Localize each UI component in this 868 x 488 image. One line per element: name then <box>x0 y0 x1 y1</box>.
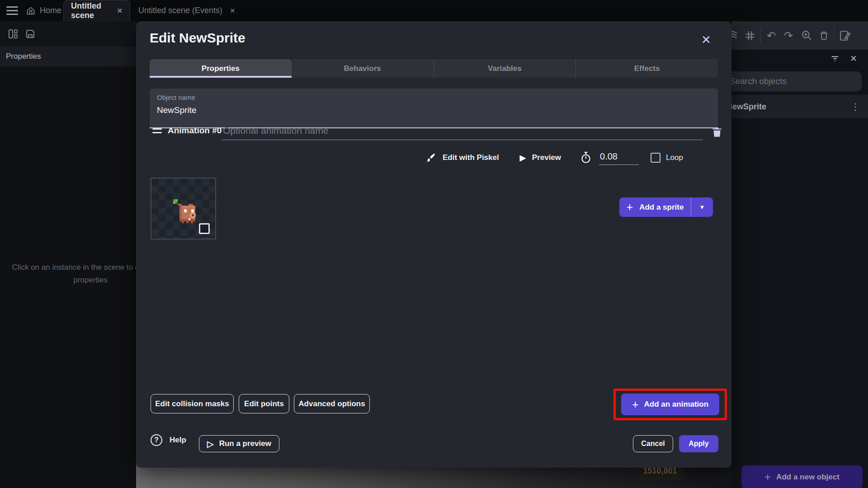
tab-home[interactable]: Home <box>19 0 69 21</box>
panel-layout-icon[interactable] <box>6 27 20 41</box>
filter-icon[interactable] <box>830 54 840 64</box>
redo-icon[interactable]: ↷ <box>782 29 795 42</box>
drag-handle-icon[interactable] <box>152 128 162 136</box>
properties-panel-title: Properties <box>6 52 41 61</box>
objects-panel-header-icons: ✕ <box>830 53 857 64</box>
chevron-down-icon: ▼ <box>699 204 705 211</box>
add-new-object-label: Add a new object <box>776 473 840 482</box>
toolbar-divider <box>760 27 761 44</box>
help-icon: ? <box>151 434 162 446</box>
object-name-field-value: NewSprite <box>157 105 711 115</box>
add-new-object-button[interactable]: + Add a new object <box>741 465 863 488</box>
animation-label: Animation #0 <box>168 126 222 136</box>
undo-icon[interactable]: ↶ <box>764 29 778 42</box>
play-icon: ▶ <box>520 153 526 163</box>
edit-with-piskel-button[interactable]: Edit with Piskel <box>425 152 499 163</box>
delete-animation-icon[interactable] <box>709 124 725 140</box>
close-tab-icon[interactable]: ✕ <box>117 7 123 15</box>
play-outline-icon: ▷ <box>207 439 214 449</box>
close-panel-icon[interactable]: ✕ <box>850 53 857 64</box>
dialog-tab-bar: Properties Behaviors Variables Effects <box>150 59 718 78</box>
frame-select-checkbox[interactable] <box>199 223 210 234</box>
delete-icon[interactable] <box>817 29 830 42</box>
toolbar-divider <box>834 27 835 44</box>
search-objects-input[interactable] <box>722 71 862 91</box>
add-sprite-dropdown-button[interactable]: ▼ <box>691 197 713 217</box>
stopwatch-icon <box>580 151 592 164</box>
object-list-item-newsprite[interactable]: NewSprite ⋮ <box>722 95 868 118</box>
top-tab-bar: Home Untitled scene ✕ Untitled scene (Ev… <box>0 0 868 21</box>
tab-events-label: Untitled scene (Events) <box>138 6 222 15</box>
dialog-close-icon[interactable]: ✕ <box>701 34 711 46</box>
tab-untitled-scene[interactable]: Untitled scene ✕ <box>63 0 130 21</box>
tab-properties[interactable]: Properties <box>150 59 292 78</box>
plus-icon: + <box>627 202 633 213</box>
sprite-frame-thumbnail[interactable] <box>151 178 216 239</box>
tab-behaviors[interactable]: Behaviors <box>292 59 434 78</box>
add-sprite-button[interactable]: + Add a sprite <box>619 197 691 217</box>
tab-untitled-scene-events[interactable]: Untitled scene (Events) ✕ <box>131 0 243 21</box>
edit-scene-properties-icon[interactable] <box>838 29 852 42</box>
preview-button[interactable]: ▶ Preview <box>520 153 561 163</box>
grid-icon[interactable] <box>743 29 757 42</box>
home-icon <box>26 6 35 15</box>
edit-collision-masks-button[interactable]: Edit collision masks <box>151 394 234 413</box>
time-between-frames-input[interactable] <box>599 150 639 165</box>
tab-variables[interactable]: Variables <box>434 59 576 78</box>
run-a-preview-button[interactable]: ▷ Run a preview <box>199 435 279 452</box>
object-name-field[interactable]: Object name NewSprite <box>150 89 718 128</box>
properties-panel-header: Properties <box>0 47 136 66</box>
cancel-button[interactable]: Cancel <box>633 435 673 452</box>
animation-row: Animation #0 <box>150 124 718 142</box>
close-tab-icon[interactable]: ✕ <box>230 7 236 15</box>
zoom-in-icon[interactable] <box>800 29 813 42</box>
loop-checkbox[interactable] <box>651 153 660 163</box>
add-sprite-split-button[interactable]: + Add a sprite ▼ <box>619 197 713 217</box>
dialog-title: Edit NewSprite <box>150 30 245 46</box>
scene-toolbar: ↶ ↷ <box>731 21 868 50</box>
tab-effects[interactable]: Effects <box>576 59 718 78</box>
paintbrush-icon <box>425 152 436 163</box>
plus-icon: + <box>764 471 771 483</box>
hamburger-menu-icon[interactable] <box>6 6 18 15</box>
animation-controls-row: Edit with Piskel ▶ Preview Loop <box>425 148 718 168</box>
left-toolbar <box>0 21 136 47</box>
help-button[interactable]: ? Help <box>151 434 186 446</box>
annotation-highlight-rectangle <box>613 389 727 420</box>
loop-label: Loop <box>666 153 683 162</box>
advanced-options-button[interactable]: Advanced options <box>294 394 370 413</box>
edit-points-button[interactable]: Edit points <box>239 394 289 413</box>
apply-button[interactable]: Apply <box>679 435 718 452</box>
tab-scene-label: Untitled scene <box>71 1 109 20</box>
object-name-field-label: Object name <box>157 94 711 101</box>
save-icon[interactable] <box>24 27 37 41</box>
animation-name-input[interactable] <box>222 123 703 140</box>
object-menu-icon[interactable]: ⋮ <box>851 101 860 112</box>
tab-home-label: Home <box>40 6 61 15</box>
